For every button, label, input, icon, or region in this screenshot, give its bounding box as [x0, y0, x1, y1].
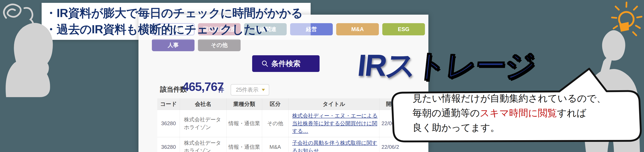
- testimonial-line-1: 見たい情報だけが自動集約されているので、: [412, 91, 606, 106]
- poster-canvas: すべて 固定資産譲渡 業績関連 経営 M&A ESG 人事 その他: [0, 0, 644, 152]
- highlighted-text: スキマ時間に閲覧: [480, 107, 557, 118]
- testimonial-line-2: 毎朝の通勤等のスキマ時間に閲覧すれば: [412, 106, 606, 120]
- testimonial-line-3: 良く助かってます。: [412, 120, 606, 135]
- testimonial-text: 見たい情報だけが自動集約されているので、 毎朝の通勤等のスキマ時間に閲覧すれば …: [412, 91, 606, 135]
